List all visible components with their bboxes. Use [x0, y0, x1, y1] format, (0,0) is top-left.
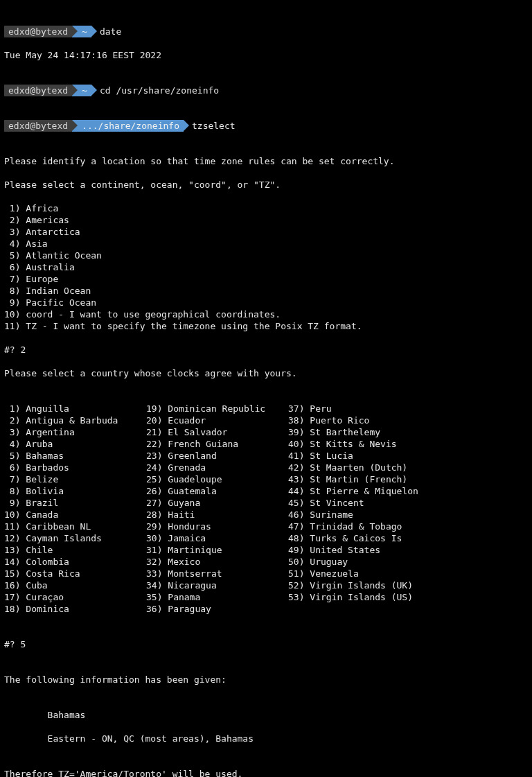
country-item: 4) Aruba: [4, 438, 146, 450]
country-item: 31) Martinique: [146, 544, 288, 556]
command-cd: cd /usr/share/zoneinfo: [91, 85, 219, 96]
country-item: 21) El Salvador: [146, 426, 288, 438]
country-columns: 1) Anguilla 2) Antigua & Barbuda 3) Arge…: [4, 403, 528, 615]
tz-country-prompt: Please select a country whose clocks agr…: [4, 367, 528, 379]
country-item: 51) Venezuela: [288, 568, 430, 579]
date-output-1: Tue May 24 14:17:16 EEST 2022: [4, 49, 528, 61]
country-item: 40) St Kitts & Nevis: [288, 438, 430, 450]
country-item: 9) Brazil: [4, 497, 146, 509]
country-item: 18) Dominica: [4, 603, 146, 615]
country-item: 1) Anguilla: [4, 403, 146, 414]
info-zone-desc: Eastern - ON, QC (most areas), Bahamas: [4, 733, 528, 744]
country-item: 26) Guatemala: [146, 485, 288, 497]
country-item: 12) Cayman Islands: [4, 532, 146, 544]
country-item: 48) Turks & Caicos Is: [288, 532, 430, 544]
command-tzselect: tzselect: [184, 120, 236, 132]
country-item: 13) Chile: [4, 544, 146, 556]
country-item: 20) Ecuador: [146, 414, 288, 426]
prompt-user: edxd@bytexd: [4, 120, 72, 132]
country-item: 15) Costa Rica: [4, 568, 146, 579]
country-item: 37) Peru: [288, 403, 430, 414]
continent-item: 10) coord - I want to use geographical c…: [4, 308, 528, 320]
country-item: 39) St Barthelemy: [288, 426, 430, 438]
country-item: 47) Trinidad & Tobago: [288, 521, 430, 532]
country-item: 24) Grenada: [146, 462, 288, 473]
country-item: 19) Dominican Republic: [146, 403, 288, 414]
tz-answer-1: #? 2: [4, 344, 528, 356]
country-item: 50) Uruguay: [288, 556, 430, 568]
continent-item: 1) Africa: [4, 202, 528, 214]
country-item: 16) Cuba: [4, 579, 146, 591]
terminal-output: edxd@bytexd ~ date Tue May 24 14:17:16 E…: [0, 0, 532, 777]
info-given-header: The following information has been given…: [4, 674, 528, 686]
country-item: 14) Colombia: [4, 556, 146, 568]
tz-answer-2: #? 5: [4, 638, 528, 650]
country-item: 17) Curaçao: [4, 591, 146, 603]
country-item: 46) Suriname: [288, 509, 430, 521]
country-item: 8) Bolivia: [4, 485, 146, 497]
continent-list: 1) Africa 2) Americas 3) Antarctica 4) A…: [4, 202, 528, 332]
country-item: 2) Antigua & Barbuda: [4, 414, 146, 426]
country-item: 42) St Maarten (Dutch): [288, 462, 430, 473]
continent-item: 5) Atlantic Ocean: [4, 250, 528, 261]
country-item: 29) Honduras: [146, 521, 288, 532]
country-item: 41) St Lucia: [288, 450, 430, 462]
prompt-user: edxd@bytexd: [4, 26, 72, 37]
country-item: 53) Virgin Islands (US): [288, 591, 430, 603]
tz-prompt-2: Please select a continent, ocean, "coord…: [4, 179, 528, 191]
country-item: 35) Panama: [146, 591, 288, 603]
country-item: 33) Montserrat: [146, 568, 288, 579]
country-item: 27) Guyana: [146, 497, 288, 509]
country-col-3: 37) Peru38) Puerto Rico39) St Barthelemy…: [288, 403, 430, 615]
country-item: 22) French Guiana: [146, 438, 288, 450]
continent-item: 8) Indian Ocean: [4, 285, 528, 297]
country-item: 45) St Vincent: [288, 497, 430, 509]
prompt-line-2[interactable]: edxd@bytexd ~ cd /usr/share/zoneinfo: [4, 85, 528, 96]
country-item: 11) Caribbean NL: [4, 521, 146, 532]
prompt-line-1[interactable]: edxd@bytexd ~ date: [4, 26, 528, 37]
country-item: 34) Nicaragua: [146, 579, 288, 591]
continent-item: 11) TZ - I want to specify the timezone …: [4, 320, 528, 332]
tz-therefore: Therefore TZ='America/Toronto' will be u…: [4, 768, 528, 777]
country-col-2: 19) Dominican Republic20) Ecuador21) El …: [146, 403, 288, 615]
country-item: 36) Paraguay: [146, 603, 288, 615]
prompt-path: .../share/zoneinfo: [72, 120, 184, 132]
country-item: 52) Virgin Islands (UK): [288, 579, 430, 591]
country-item: 49) United States: [288, 544, 430, 556]
continent-item: 6) Australia: [4, 261, 528, 273]
country-item: 32) Mexico: [146, 556, 288, 568]
country-col-1: 1) Anguilla 2) Antigua & Barbuda 3) Arge…: [4, 403, 146, 615]
country-item: 10) Canada: [4, 509, 146, 521]
continent-item: 3) Antarctica: [4, 226, 528, 238]
country-item: 5) Bahamas: [4, 450, 146, 462]
country-item: 25) Guadeloupe: [146, 473, 288, 485]
country-item: 23) Greenland: [146, 450, 288, 462]
country-item: 3) Argentina: [4, 426, 146, 438]
continent-item: 2) Americas: [4, 214, 528, 226]
info-bahamas: Bahamas: [4, 709, 528, 721]
country-item: 6) Barbados: [4, 462, 146, 473]
prompt-user: edxd@bytexd: [4, 85, 72, 96]
tz-prompt-1: Please identify a location so that time …: [4, 155, 528, 167]
country-item: 38) Puerto Rico: [288, 414, 430, 426]
country-item: 7) Belize: [4, 473, 146, 485]
country-item: 43) St Martin (French): [288, 473, 430, 485]
prompt-line-3[interactable]: edxd@bytexd .../share/zoneinfo tzselect: [4, 120, 528, 132]
continent-item: 7) Europe: [4, 273, 528, 285]
country-item: 28) Haiti: [146, 509, 288, 521]
continent-item: 4) Asia: [4, 238, 528, 250]
continent-item: 9) Pacific Ocean: [4, 297, 528, 308]
country-item: 30) Jamaica: [146, 532, 288, 544]
country-item: 44) St Pierre & Miquelon: [288, 485, 430, 497]
